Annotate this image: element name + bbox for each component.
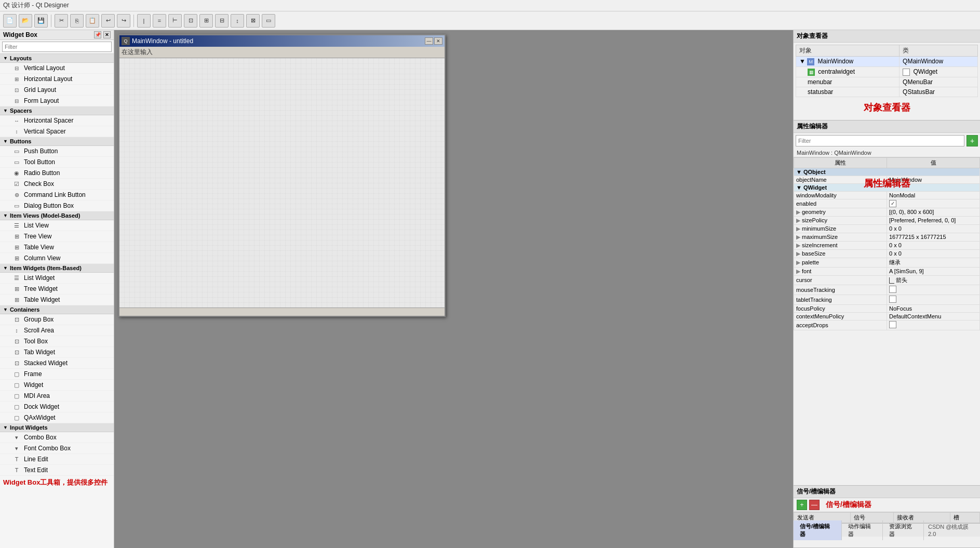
toolbar-mode9[interactable]: ▭ [262, 14, 275, 28]
table-row[interactable]: focusPolicy NoFocus [794, 304, 980, 312]
table-row[interactable]: ▦ centralwidget ✓ QWidget [796, 66, 978, 77]
table-row[interactable]: ▶baseSize 0 x 0 [794, 249, 980, 258]
prop-value-cursor[interactable]: 箭头 [887, 275, 980, 285]
prop-value-contextmenupolicy[interactable]: DefaultContextMenu [887, 312, 980, 320]
widget-item-list-view[interactable]: List View [0, 220, 114, 231]
basesize-expand[interactable]: ▶ [796, 250, 800, 257]
toolbar-mode5[interactable]: ⊞ [199, 14, 213, 28]
tablettracking-checkbox[interactable] [889, 296, 896, 303]
sizepolicy-expand[interactable]: ▶ [796, 217, 800, 223]
toolbar-mode7[interactable]: ↕ [231, 14, 244, 28]
widget-item-command-link[interactable]: Command Link Button [0, 190, 114, 201]
toolbar-paste[interactable]: 📋 [86, 14, 99, 28]
minimumsize-expand[interactable]: ▶ [796, 225, 800, 232]
enabled-checkbox[interactable] [889, 200, 896, 207]
prop-add-button[interactable]: + [966, 135, 978, 146]
prop-value-sizeincrement[interactable]: 0 x 0 [887, 241, 980, 249]
widget-item-radio-button[interactable]: Radio Button [0, 168, 114, 179]
widget-item-grid-layout[interactable]: ⊡ Grid Layout [0, 85, 114, 96]
prop-value-acceptdrops[interactable] [887, 320, 980, 330]
widget-item-tool-button[interactable]: Tool Button [0, 157, 114, 168]
widget-item-table-view[interactable]: Table View [0, 242, 114, 253]
widget-item-frame[interactable]: Frame [0, 369, 114, 380]
widget-box-pin[interactable]: 📌 [94, 31, 101, 38]
signal-remove-btn[interactable]: — [809, 500, 820, 510]
widget-item-tree-view[interactable]: Tree View [0, 231, 114, 242]
mousetracking-checkbox[interactable] [889, 286, 896, 293]
maximumsize-expand[interactable]: ▶ [796, 234, 800, 240]
signal-add-btn[interactable]: + [797, 500, 807, 510]
toolbar-new[interactable]: 📄 [3, 14, 17, 28]
designer-close-btn[interactable]: ✕ [434, 37, 442, 45]
geometry-expand[interactable]: ▶ [796, 209, 800, 215]
designer-menu-placeholder[interactable]: 在这里输入 [122, 48, 153, 56]
widget-item-stacked-widget[interactable]: Stacked Widget [0, 358, 114, 369]
toolbar-mode3[interactable]: ⊢ [168, 14, 182, 28]
widget-item-widget[interactable]: Widget [0, 380, 114, 391]
table-row[interactable]: ▼ M MainWindow QMainWindow [796, 57, 978, 67]
prop-value-tablettracking[interactable] [887, 295, 980, 304]
table-row[interactable]: cursor 箭头 [794, 275, 980, 285]
category-buttons[interactable]: ▼ Buttons [0, 137, 114, 146]
widget-item-qaxwidget[interactable]: QAxWidget [0, 412, 114, 423]
acceptdrops-checkbox[interactable] [889, 321, 896, 328]
widget-item-text-edit[interactable]: Text Edit [0, 465, 114, 476]
widget-filter-input[interactable] [2, 42, 112, 52]
table-row[interactable]: enabled [794, 199, 980, 208]
prop-value-focuspolicy[interactable]: NoFocus [887, 304, 980, 312]
prop-filter-input[interactable] [796, 135, 964, 146]
widget-item-font-combo-box[interactable]: Font Combo Box [0, 443, 114, 454]
tab-action-editor[interactable]: 动作编辑器 [842, 520, 883, 540]
table-row[interactable]: menubar QMenuBar [796, 77, 978, 87]
widget-item-line-edit[interactable]: Line Edit [0, 454, 114, 465]
table-row[interactable]: ▶geometry [(0, 0), 800 x 600] [794, 208, 980, 216]
prop-value-palette[interactable]: 继承 [887, 258, 980, 267]
widget-item-vertical-layout[interactable]: ⊟ Vertical Layout [0, 63, 114, 74]
widget-item-dialog-button-box[interactable]: Dialog Button Box [0, 201, 114, 211]
palette-expand[interactable]: ▶ [796, 259, 800, 265]
prop-value-sizepolicy[interactable]: [Preferred, Preferred, 0, 0] [887, 216, 980, 224]
widget-item-tool-box[interactable]: Tool Box [0, 336, 114, 347]
designer-minimize-btn[interactable]: — [425, 37, 433, 45]
tab-signal-slot[interactable]: 信号/槽编辑器 [794, 520, 842, 540]
widget-item-tree-widget[interactable]: Tree Widget [0, 284, 114, 295]
widget-item-check-box[interactable]: Check Box [0, 179, 114, 190]
designer-menu-bar[interactable]: 在这里输入 [119, 47, 445, 58]
prop-value-geometry[interactable]: [(0, 0), 800 x 600] [887, 208, 980, 216]
toolbar-save[interactable]: 💾 [34, 14, 48, 28]
widget-item-mdi-area[interactable]: MDI Area [0, 391, 114, 402]
widget-item-hspacer[interactable]: ↔ Horizontal Spacer [0, 115, 114, 126]
toolbar-mode1[interactable]: | [137, 14, 151, 28]
table-row[interactable]: ▶palette 继承 [794, 258, 980, 267]
prop-value-basesize[interactable]: 0 x 0 [887, 249, 980, 258]
toolbar-mode4[interactable]: ⊡ [184, 14, 197, 28]
prop-value-maximumsize[interactable]: 16777215 x 16777215 [887, 233, 980, 241]
category-item-widgets[interactable]: ▼ Item Widgets (Item-Based) [0, 264, 114, 273]
toolbar-undo[interactable]: ↩ [101, 14, 115, 28]
category-containers[interactable]: ▼ Containers [0, 305, 114, 314]
widget-item-combo-box[interactable]: Combo Box [0, 432, 114, 443]
category-item-views[interactable]: ▼ Item Views (Model-Based) [0, 211, 114, 220]
designer-canvas[interactable] [119, 58, 445, 308]
table-row[interactable]: ▶minimumSize 0 x 0 [794, 224, 980, 233]
toolbar-mode6[interactable]: ⊟ [215, 14, 229, 28]
widget-item-push-button[interactable]: Push Button [0, 146, 114, 157]
table-row[interactable]: acceptDrops [794, 320, 980, 330]
tab-resource-browser[interactable]: 资源浏览器 [883, 520, 924, 540]
widget-item-vspacer[interactable]: ↕ Vertical Spacer [0, 126, 114, 137]
category-spacers[interactable]: ▼ Spacers [0, 106, 114, 115]
widget-item-column-view[interactable]: Column View [0, 253, 114, 264]
toolbar-mode8[interactable]: ⊠ [246, 14, 260, 28]
table-row[interactable]: ▶maximumSize 16777215 x 16777215 [794, 233, 980, 241]
widget-item-tab-widget[interactable]: Tab Widget [0, 347, 114, 358]
toolbar-open[interactable]: 📂 [19, 14, 32, 28]
widget-item-table-widget[interactable]: Table Widget [0, 295, 114, 305]
font-expand[interactable]: ▶ [796, 268, 800, 274]
table-row[interactable]: contextMenuPolicy DefaultContextMenu [794, 312, 980, 320]
prop-value-font[interactable]: A [SimSun, 9] [887, 267, 980, 275]
toolbar-copy[interactable]: ⎘ [70, 14, 84, 28]
table-row[interactable]: ▶font A [SimSun, 9] [794, 267, 980, 275]
sizeincrement-expand[interactable]: ▶ [796, 242, 800, 248]
widget-box-close[interactable]: ✕ [103, 31, 111, 38]
prop-value-mousetracking[interactable] [887, 285, 980, 295]
